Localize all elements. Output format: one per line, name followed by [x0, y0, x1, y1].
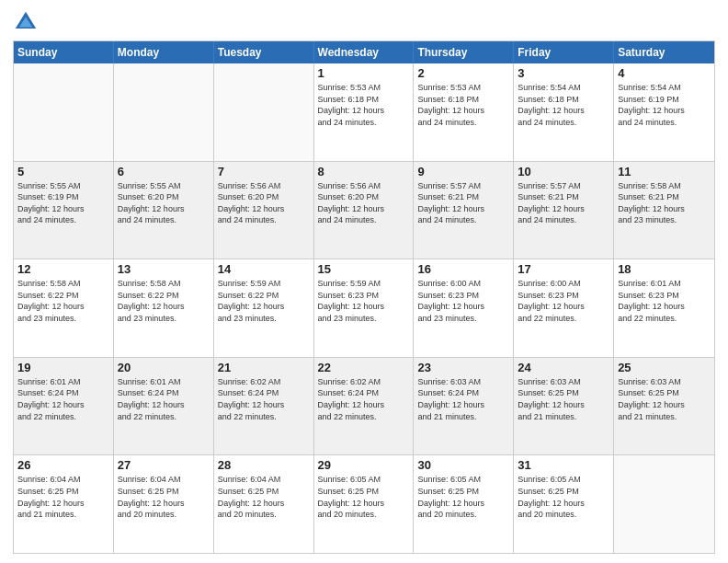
day-number: 9 [417, 165, 509, 178]
day-number: 12 [17, 262, 109, 276]
calendar-week: 19Sunrise: 6:01 AM Sunset: 6:24 PM Dayli… [14, 358, 714, 456]
day-number: 30 [417, 458, 509, 472]
day-info: Sunrise: 6:00 AM Sunset: 6:23 PM Dayligh… [518, 278, 609, 324]
day-number: 24 [518, 361, 609, 374]
calendar-cell: 16Sunrise: 6:00 AM Sunset: 6:23 PM Dayli… [414, 259, 514, 357]
calendar-cell [614, 455, 714, 553]
calendar-header-cell: Monday [114, 41, 214, 63]
day-number: 25 [618, 361, 711, 374]
day-info: Sunrise: 6:01 AM Sunset: 6:24 PM Dayligh… [17, 376, 109, 422]
calendar-cell [214, 63, 314, 161]
day-number: 14 [218, 262, 310, 276]
day-number: 31 [518, 458, 609, 472]
day-info: Sunrise: 5:56 AM Sunset: 6:20 PM Dayligh… [318, 180, 410, 226]
calendar-cell: 13Sunrise: 5:58 AM Sunset: 6:22 PM Dayli… [114, 259, 214, 357]
calendar-cell: 17Sunrise: 6:00 AM Sunset: 6:23 PM Dayli… [514, 259, 614, 357]
day-info: Sunrise: 6:03 AM Sunset: 6:25 PM Dayligh… [518, 376, 609, 422]
day-info: Sunrise: 5:58 AM Sunset: 6:22 PM Dayligh… [17, 278, 109, 324]
day-info: Sunrise: 6:04 AM Sunset: 6:25 PM Dayligh… [17, 474, 109, 520]
calendar-week: 26Sunrise: 6:04 AM Sunset: 6:25 PM Dayli… [14, 455, 714, 553]
calendar-cell: 22Sunrise: 6:02 AM Sunset: 6:24 PM Dayli… [314, 358, 415, 455]
day-info: Sunrise: 6:02 AM Sunset: 6:24 PM Dayligh… [218, 376, 310, 422]
day-info: Sunrise: 6:05 AM Sunset: 6:25 PM Dayligh… [518, 474, 609, 520]
calendar-cell: 6Sunrise: 5:55 AM Sunset: 6:20 PM Daylig… [114, 162, 214, 259]
day-info: Sunrise: 6:03 AM Sunset: 6:24 PM Dayligh… [417, 376, 509, 422]
day-info: Sunrise: 5:59 AM Sunset: 6:22 PM Dayligh… [218, 278, 310, 324]
calendar-cell: 26Sunrise: 6:04 AM Sunset: 6:25 PM Dayli… [14, 455, 114, 553]
day-info: Sunrise: 5:56 AM Sunset: 6:20 PM Dayligh… [218, 180, 310, 226]
logo-icon [13, 9, 39, 35]
calendar-header-cell: Tuesday [214, 41, 314, 63]
calendar-cell: 4Sunrise: 5:54 AM Sunset: 6:19 PM Daylig… [614, 63, 714, 161]
calendar-header-cell: Saturday [614, 41, 714, 63]
day-number: 29 [318, 458, 410, 472]
day-number: 2 [417, 66, 509, 80]
calendar-cell: 9Sunrise: 5:57 AM Sunset: 6:21 PM Daylig… [414, 162, 514, 259]
calendar-cell: 21Sunrise: 6:02 AM Sunset: 6:24 PM Dayli… [214, 358, 314, 455]
day-info: Sunrise: 5:54 AM Sunset: 6:18 PM Dayligh… [518, 82, 609, 128]
calendar-cell: 24Sunrise: 6:03 AM Sunset: 6:25 PM Dayli… [514, 358, 614, 455]
calendar-cell: 18Sunrise: 6:01 AM Sunset: 6:23 PM Dayli… [614, 259, 714, 357]
calendar-cell: 3Sunrise: 5:54 AM Sunset: 6:18 PM Daylig… [514, 63, 614, 161]
calendar-week: 5Sunrise: 5:55 AM Sunset: 6:19 PM Daylig… [14, 162, 714, 260]
calendar-cell: 10Sunrise: 5:57 AM Sunset: 6:21 PM Dayli… [514, 162, 614, 259]
page: SundayMondayTuesdayWednesdayThursdayFrid… [0, 0, 728, 563]
calendar-cell: 11Sunrise: 5:58 AM Sunset: 6:21 PM Dayli… [614, 162, 714, 259]
calendar-header-cell: Friday [514, 41, 614, 63]
calendar-cell: 5Sunrise: 5:55 AM Sunset: 6:19 PM Daylig… [14, 162, 114, 259]
day-number: 4 [618, 66, 711, 80]
day-info: Sunrise: 5:58 AM Sunset: 6:21 PM Dayligh… [618, 180, 711, 226]
day-info: Sunrise: 6:04 AM Sunset: 6:25 PM Dayligh… [118, 474, 210, 520]
calendar-cell: 2Sunrise: 5:53 AM Sunset: 6:18 PM Daylig… [414, 63, 514, 161]
day-number: 18 [618, 262, 711, 276]
day-number: 13 [118, 262, 210, 276]
calendar-cell: 12Sunrise: 5:58 AM Sunset: 6:22 PM Dayli… [14, 259, 114, 357]
day-info: Sunrise: 6:00 AM Sunset: 6:23 PM Dayligh… [417, 278, 509, 324]
day-number: 20 [118, 361, 210, 374]
calendar-header-cell: Thursday [414, 41, 514, 63]
day-info: Sunrise: 5:55 AM Sunset: 6:20 PM Dayligh… [118, 180, 210, 226]
day-number: 17 [518, 262, 609, 276]
calendar-header-row: SundayMondayTuesdayWednesdayThursdayFrid… [14, 41, 714, 63]
day-number: 5 [17, 165, 109, 178]
day-info: Sunrise: 5:55 AM Sunset: 6:19 PM Dayligh… [17, 180, 109, 226]
calendar-header-cell: Sunday [14, 41, 114, 63]
calendar-cell: 14Sunrise: 5:59 AM Sunset: 6:22 PM Dayli… [214, 259, 314, 357]
day-info: Sunrise: 6:05 AM Sunset: 6:25 PM Dayligh… [318, 474, 410, 520]
calendar-cell: 20Sunrise: 6:01 AM Sunset: 6:24 PM Dayli… [114, 358, 214, 455]
day-info: Sunrise: 6:03 AM Sunset: 6:25 PM Dayligh… [618, 376, 711, 422]
day-number: 27 [118, 458, 210, 472]
day-info: Sunrise: 5:53 AM Sunset: 6:18 PM Dayligh… [417, 82, 509, 128]
calendar-week: 12Sunrise: 5:58 AM Sunset: 6:22 PM Dayli… [14, 259, 714, 358]
calendar-cell: 19Sunrise: 6:01 AM Sunset: 6:24 PM Dayli… [14, 358, 114, 455]
day-info: Sunrise: 5:54 AM Sunset: 6:19 PM Dayligh… [618, 82, 711, 128]
day-number: 15 [318, 262, 410, 276]
calendar-cell: 27Sunrise: 6:04 AM Sunset: 6:25 PM Dayli… [114, 455, 214, 553]
calendar-cell: 15Sunrise: 5:59 AM Sunset: 6:23 PM Dayli… [314, 259, 415, 357]
day-number: 6 [118, 165, 210, 178]
calendar-week: 1Sunrise: 5:53 AM Sunset: 6:18 PM Daylig… [14, 63, 714, 162]
day-number: 7 [218, 165, 310, 178]
day-info: Sunrise: 5:59 AM Sunset: 6:23 PM Dayligh… [318, 278, 410, 324]
calendar-cell: 28Sunrise: 6:04 AM Sunset: 6:25 PM Dayli… [214, 455, 314, 553]
calendar-body: 1Sunrise: 5:53 AM Sunset: 6:18 PM Daylig… [14, 63, 714, 553]
day-number: 16 [417, 262, 509, 276]
calendar-cell: 23Sunrise: 6:03 AM Sunset: 6:24 PM Dayli… [414, 358, 514, 455]
day-number: 1 [318, 66, 410, 80]
day-info: Sunrise: 6:01 AM Sunset: 6:24 PM Dayligh… [118, 376, 210, 422]
day-info: Sunrise: 5:57 AM Sunset: 6:21 PM Dayligh… [518, 180, 609, 226]
calendar-cell: 30Sunrise: 6:05 AM Sunset: 6:25 PM Dayli… [414, 455, 514, 553]
calendar-cell: 31Sunrise: 6:05 AM Sunset: 6:25 PM Dayli… [514, 455, 614, 553]
header [13, 9, 715, 35]
day-number: 26 [17, 458, 109, 472]
day-number: 3 [518, 66, 609, 80]
calendar-cell [114, 63, 214, 161]
day-info: Sunrise: 6:02 AM Sunset: 6:24 PM Dayligh… [318, 376, 410, 422]
calendar-cell [14, 63, 114, 161]
calendar-cell: 8Sunrise: 5:56 AM Sunset: 6:20 PM Daylig… [314, 162, 415, 259]
day-info: Sunrise: 6:04 AM Sunset: 6:25 PM Dayligh… [218, 474, 310, 520]
day-number: 23 [417, 361, 509, 374]
day-number: 28 [218, 458, 310, 472]
day-info: Sunrise: 5:53 AM Sunset: 6:18 PM Dayligh… [318, 82, 410, 128]
day-info: Sunrise: 6:05 AM Sunset: 6:25 PM Dayligh… [417, 474, 509, 520]
